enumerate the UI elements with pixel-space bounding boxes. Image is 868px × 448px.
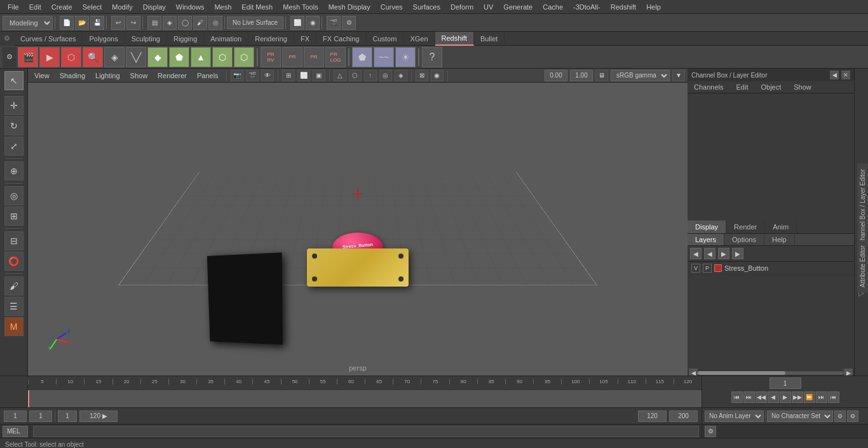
lasso-tool-btn[interactable]: ⭕ <box>4 252 24 271</box>
shelf-icon-10[interactable]: ⬡ <box>212 47 233 67</box>
redo-btn[interactable]: ↪ <box>126 16 140 30</box>
select-tool-btn[interactable]: ↖ <box>4 71 24 90</box>
workspace-dropdown[interactable]: Modeling <box>3 16 53 30</box>
step-back-btn[interactable]: ⏭ <box>743 391 755 403</box>
smooth-btn[interactable]: ◉ <box>306 16 320 30</box>
anim-layer-dropdown[interactable]: No Anim Layer <box>705 411 764 422</box>
scroll-left-btn[interactable]: ◀ <box>689 369 698 376</box>
back-btn[interactable]: ◀ <box>768 391 779 403</box>
wireframe-btn[interactable]: ⬜ <box>290 16 304 30</box>
layer-next-btn[interactable]: ▶ <box>718 248 729 259</box>
shelf-icon-rs1[interactable]: ⬟ <box>352 47 372 67</box>
lasso-btn[interactable]: ◯ <box>178 16 192 30</box>
color-btn[interactable]: ▼ <box>672 70 685 81</box>
range-start-field[interactable] <box>638 411 667 422</box>
color-profile-select[interactable]: sRGB gamma <box>611 70 670 81</box>
select-by-hierarchy-btn[interactable]: ▤ <box>147 16 161 30</box>
current-frame-input[interactable] <box>770 377 801 389</box>
menu-curves[interactable]: Curves <box>376 2 408 12</box>
shelf-icon-11[interactable]: ⬡ <box>234 47 254 67</box>
menu-file[interactable]: File <box>3 2 24 12</box>
channel-box-layer-editor-side-tab[interactable]: Channel Box / Layer Editor <box>857 164 868 250</box>
open-btn[interactable]: 📂 <box>75 16 89 30</box>
eye-btn[interactable]: 👁 <box>261 70 274 81</box>
panel-close-btn[interactable]: ✕ <box>841 71 850 79</box>
render-btn[interactable]: 🎬 <box>327 16 341 30</box>
shelf-options-btn[interactable]: ⚙ <box>3 47 17 67</box>
shelf-icon-rs3[interactable]: ☀ <box>395 47 416 67</box>
tab-edit[interactable]: Edit <box>729 81 754 93</box>
snap-btn[interactable]: ⊟ <box>4 231 24 250</box>
shelf-icon-8[interactable]: ⬟ <box>169 47 189 67</box>
timeline-track[interactable]: 5 10 15 20 25 30 35 40 45 50 55 60 65 70… <box>28 376 702 407</box>
select-by-component-btn[interactable]: ◈ <box>163 16 177 30</box>
shelf-icon-pr2[interactable]: PR <box>282 47 302 67</box>
tab-show[interactable]: Show <box>787 81 818 93</box>
wireframe-toggle-btn[interactable]: ⬜ <box>297 70 310 81</box>
shelf-icon-3[interactable]: ⬡ <box>61 47 81 67</box>
tab-redshift[interactable]: Redshift <box>435 32 474 46</box>
menu-redshift[interactable]: Redshift <box>606 2 641 12</box>
3d-viewport[interactable]: Stress_Button <box>28 83 688 376</box>
layer-last-btn[interactable]: ▶ <box>732 248 743 259</box>
menu-create[interactable]: Create <box>46 2 78 12</box>
display-icon[interactable]: 🖥 <box>595 70 608 81</box>
layer-visibility-btn[interactable]: V <box>691 264 700 273</box>
layer-prev-btn[interactable]: ◀ <box>704 248 715 259</box>
char-set-settings-btn[interactable]: ⚙ <box>834 411 846 422</box>
playhead[interactable] <box>28 390 29 407</box>
tab-curves-surfaces[interactable]: Curves / Surfaces <box>14 32 83 46</box>
tab-anim[interactable]: Anim <box>765 221 797 233</box>
prev-frame-btn[interactable]: ◀◀ <box>756 391 767 403</box>
viewport-menu-show[interactable]: Show <box>126 71 152 81</box>
menu-mesh-display[interactable]: Mesh Display <box>323 2 376 12</box>
timeline-track-area[interactable] <box>28 390 702 407</box>
tab-xgen[interactable]: XGen <box>403 32 435 46</box>
viewport-menu-lighting[interactable]: Lighting <box>92 71 124 81</box>
script-editor-btn[interactable]: ⚙ <box>705 426 716 437</box>
layer-playback-btn[interactable]: P <box>703 264 712 273</box>
menu-uv[interactable]: UV <box>478 2 498 12</box>
move-tool-btn[interactable]: ✛ <box>4 96 24 115</box>
tab-help[interactable]: Help <box>764 234 795 245</box>
maya-icon-btn[interactable]: M <box>4 317 24 336</box>
scroll-right-btn[interactable]: ▶ <box>844 369 853 376</box>
panel-collapse-left-btn[interactable]: ◀ <box>830 71 839 79</box>
menu-select[interactable]: Select <box>78 2 107 12</box>
menu-generate[interactable]: Generate <box>498 2 538 12</box>
tab-sculpting[interactable]: Sculpting <box>125 32 167 46</box>
soft-mod-btn[interactable]: ◎ <box>4 186 24 205</box>
viewport-menu-panels[interactable]: Panels <box>193 71 222 81</box>
playback-speed-btn[interactable]: 120 ▶ <box>79 411 118 422</box>
shelf-icon-2[interactable]: ▶ <box>39 47 60 67</box>
show-manip-btn[interactable]: ⊞ <box>4 207 24 226</box>
shelf-icon-6[interactable]: ╲╱ <box>126 47 146 67</box>
shelf-icon-pr3[interactable]: PR <box>304 47 324 67</box>
smooth-toggle-btn[interactable]: ▣ <box>313 70 325 81</box>
menu-edit[interactable]: Edit <box>24 2 46 12</box>
render-settings-btn[interactable]: ⚙ <box>342 16 356 30</box>
command-input[interactable] <box>33 426 699 437</box>
next-frame-btn[interactable]: ⏩ <box>804 391 815 403</box>
undo-btn[interactable]: ↩ <box>111 16 125 30</box>
tab-custom[interactable]: Custom <box>367 32 404 46</box>
normals-btn[interactable]: ↑ <box>364 70 377 81</box>
tab-fx-caching[interactable]: FX Caching <box>316 32 366 46</box>
shelf-settings-btn[interactable]: ⚙ <box>0 32 14 46</box>
tab-channels[interactable]: Channels <box>688 81 729 93</box>
iso-btn[interactable]: ◉ <box>431 70 444 81</box>
cluster-btn[interactable]: ☰ <box>4 297 24 316</box>
menu-mesh[interactable]: Mesh <box>209 2 236 12</box>
frame-display-field[interactable] <box>58 411 77 422</box>
go-end-btn[interactable]: ⏭ <box>816 391 827 403</box>
grid-btn[interactable]: ⊞ <box>282 70 295 81</box>
new-btn[interactable]: 📄 <box>60 16 74 30</box>
shelf-icon-1[interactable]: 🎬 <box>18 47 38 67</box>
film-btn[interactable]: 🎬 <box>246 70 259 81</box>
rotate-tool-btn[interactable]: ↻ <box>4 116 24 135</box>
menu-edit-mesh[interactable]: Edit Mesh <box>236 2 278 12</box>
menu-modify[interactable]: Modify <box>107 2 137 12</box>
layer-scrollbar[interactable]: ◀ ▶ <box>688 370 854 376</box>
universal-tool-btn[interactable]: ⊕ <box>4 161 24 180</box>
gamma-field[interactable] <box>570 70 593 81</box>
